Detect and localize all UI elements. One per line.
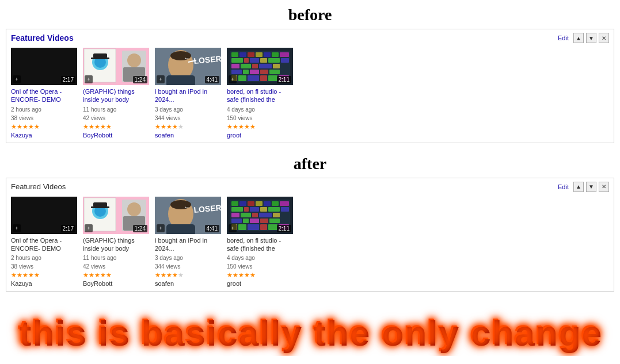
video-meta-2-before: 11 hours ago 42 views (83, 105, 149, 122)
svg-rect-39 (250, 70, 259, 74)
stars-3-after: ★★★★★ (155, 271, 221, 279)
featured-label-before[interactable]: Featured Videos (11, 33, 74, 43)
video-title-2-after[interactable]: (GRAPHIC) things inside your body (83, 236, 149, 253)
duration-2-before: 1:24 (133, 76, 147, 83)
close-btn-after[interactable]: ✕ (599, 182, 609, 192)
edit-link-before[interactable]: Edit (558, 35, 569, 41)
thumbnail-2-after[interactable]: + 1:24 (83, 197, 149, 234)
svg-rect-75 (250, 207, 259, 212)
svg-rect-79 (231, 213, 239, 217)
svg-rect-86 (250, 219, 259, 223)
svg-rect-74 (244, 207, 249, 212)
author-3-before[interactable]: soafen (155, 132, 174, 139)
svg-rect-46 (268, 75, 277, 81)
videos-grid-before: + 2:17 Oni of the Opera -ENCORE- DEMO 2 … (11, 48, 609, 139)
stars-3-before: ★★★★★ (155, 123, 221, 131)
duration-3-before: 4:41 (205, 76, 219, 83)
video-title-4-after[interactable]: bored, on fl studio - safe (finished the (227, 236, 293, 253)
header-controls-after: Edit ▲ ▼ ✕ (558, 182, 609, 192)
svg-rect-90 (238, 224, 246, 230)
author-4-before[interactable]: groot (227, 132, 241, 139)
thumbnail-3-before[interactable]: + LOSER ← 4:41 (155, 48, 221, 85)
svg-rect-37 (231, 70, 242, 74)
svg-rect-73 (231, 207, 243, 212)
stars-2-before: ★★★★★ (83, 123, 149, 131)
author-2-after[interactable]: BoyRobott (83, 280, 112, 287)
video-title-3-before[interactable]: i bought an iPod in 2024... (155, 87, 221, 104)
after-featured-section: Featured Videos Edit ▲ ▼ ✕ + 2:17 Oni of… (6, 178, 614, 292)
svg-rect-91 (248, 224, 259, 230)
fire-text-section: this is basically the only change (0, 303, 620, 356)
add-btn-2-after[interactable]: + (85, 224, 93, 232)
thumbnail-4-after[interactable]: + (227, 197, 293, 234)
svg-rect-22 (256, 52, 263, 57)
down-btn-after[interactable]: ▼ (586, 182, 596, 192)
thumbnail-1-after[interactable]: + 2:17 (11, 197, 77, 234)
author-4-after[interactable]: groot (227, 280, 241, 287)
time-2-before: 11 hours ago (83, 105, 149, 114)
svg-rect-78 (281, 207, 289, 212)
up-btn-before[interactable]: ▲ (573, 33, 584, 43)
time-3-after: 3 days ago (155, 254, 221, 262)
svg-rect-53 (91, 206, 109, 208)
svg-rect-25 (280, 52, 289, 57)
svg-rect-36 (273, 64, 280, 68)
svg-rect-32 (231, 64, 239, 68)
add-btn-4-after[interactable]: + (229, 224, 237, 232)
author-3-after[interactable]: soafen (155, 280, 174, 287)
svg-rect-21 (248, 52, 254, 57)
author-1-after[interactable]: Kazuya (11, 280, 32, 287)
video-title-4-before[interactable]: bored, on fl studio - safe (finished the (227, 87, 293, 104)
before-label: before (0, 6, 620, 24)
edit-link-after[interactable]: Edit (558, 183, 569, 190)
thumbnail-1-before[interactable]: + 2:17 (11, 48, 77, 85)
time-3-before: 3 days ago (155, 105, 221, 114)
svg-rect-83 (273, 213, 280, 217)
duration-4-after: 2:11 (277, 225, 291, 232)
thumbnail-3-after[interactable]: + LOSER ← 4:41 (155, 197, 221, 234)
video-meta-4-after: 4 days ago 150 views (227, 254, 293, 271)
svg-rect-84 (231, 219, 242, 223)
thumbnail-4-before[interactable]: + (227, 48, 293, 85)
video-title-1-after[interactable]: Oni of the Opera -ENCORE- DEMO (11, 236, 77, 253)
time-4-after: 4 days ago (227, 254, 293, 262)
time-2-after: 11 hours ago (83, 254, 149, 262)
video-title-2-before[interactable]: (GRAPHIC) things inside your body (83, 87, 149, 104)
time-1-before: 2 hours ago (11, 105, 77, 114)
svg-rect-40 (260, 70, 268, 74)
svg-rect-4 (93, 53, 107, 58)
views-4-after: 150 views (227, 262, 293, 271)
views-3-before: 344 views (155, 114, 221, 122)
video-title-1-before[interactable]: Oni of the Opera -ENCORE- DEMO (11, 87, 77, 104)
down-btn-before[interactable]: ▼ (586, 33, 596, 43)
add-btn-1-before[interactable]: + (13, 75, 21, 83)
video-meta-4-before: 4 days ago 150 views (227, 105, 293, 122)
svg-rect-80 (241, 213, 251, 217)
svg-rect-92 (260, 224, 267, 230)
svg-rect-29 (260, 58, 267, 63)
thumbnail-2-before[interactable]: + 1:24 (83, 48, 149, 85)
video-meta-3-before: 3 days ago 344 views (155, 105, 221, 122)
svg-rect-13 (166, 75, 195, 85)
up-btn-after[interactable]: ▲ (573, 182, 584, 192)
add-btn-2-before[interactable]: + (85, 75, 93, 83)
add-btn-1-after[interactable]: + (13, 224, 21, 232)
add-btn-3-before[interactable]: + (157, 75, 165, 83)
add-btn-3-after[interactable]: + (157, 224, 165, 232)
video-title-3-after[interactable]: i bought an iPod in 2024... (155, 236, 221, 253)
close-btn-before[interactable]: ✕ (599, 33, 609, 43)
duration-4-before: 2:11 (277, 76, 291, 83)
svg-rect-61 (166, 224, 195, 234)
video-item-1-after: + 2:17 Oni of the Opera -ENCORE- DEMO 2 … (11, 197, 77, 288)
svg-rect-43 (238, 75, 246, 81)
add-btn-4-before[interactable]: + (229, 75, 237, 83)
author-1-before[interactable]: Kazuya (11, 132, 32, 139)
video-meta-1-before: 2 hours ago 38 views (11, 105, 77, 122)
author-2-before[interactable]: BoyRobott (83, 132, 112, 139)
svg-rect-45 (260, 75, 267, 81)
svg-rect-20 (239, 52, 246, 57)
svg-rect-67 (239, 201, 246, 206)
svg-rect-76 (260, 207, 267, 212)
svg-rect-38 (243, 70, 249, 74)
views-1-after: 38 views (11, 262, 77, 271)
